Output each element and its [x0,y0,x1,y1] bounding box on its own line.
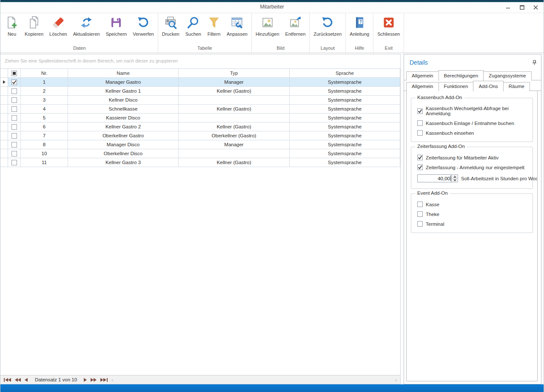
cell-sprache[interactable]: Systemsprache [290,87,400,96]
column-header-name[interactable]: Name [68,69,179,78]
cell-nr[interactable]: 6 [21,122,68,131]
option-checkbox[interactable] [417,120,423,126]
löschen-button[interactable]: Löschen [46,13,70,37]
select-all-checkbox[interactable] [11,71,17,76]
row-select-cell[interactable] [8,122,21,131]
cell-typ[interactable]: Manager [179,140,290,149]
tab-allgemein[interactable]: Allgemein [406,71,439,80]
cell-sprache[interactable]: Systemsprache [290,122,400,131]
subtab-r-ume[interactable]: Räume [503,82,530,91]
table-row[interactable]: 10Oberkellner DiscoSystemsprache [0,149,400,158]
cell-typ[interactable] [179,149,290,158]
cell-sprache[interactable]: Systemsprache [290,140,400,149]
minimize-icon[interactable] [504,3,513,11]
option-checkbox[interactable] [417,221,423,227]
table-row[interactable]: 2Kellner Gastro 1Kellner (Gastro)Systems… [0,87,400,96]
row-checkbox[interactable] [11,124,17,130]
row-checkbox[interactable] [11,106,17,112]
cell-sprache[interactable]: Systemsprache [290,78,400,87]
spin-down-icon[interactable] [452,179,458,182]
row-checkbox[interactable] [11,160,17,165]
cell-name[interactable]: Kellner Gastro 3 [68,158,179,167]
checkbox-option[interactable]: Zeiterfassung für Mitarbeiter Aktiv [417,155,527,160]
cell-nr[interactable]: 8 [21,140,68,149]
group-by-panel[interactable]: Ziehen Sie eine Spaltenüberschrift in di… [0,54,400,68]
anleitung-button[interactable]: ?Anleitung [347,13,372,37]
subtab-funktionen[interactable]: Funktionen [439,82,474,91]
cell-sprache[interactable]: Systemsprache [290,96,400,105]
column-header-sprache[interactable]: Sprache [290,69,400,78]
cell-sprache[interactable]: Systemsprache [290,149,400,158]
hours-spin-edit[interactable]: 40,00 [417,174,458,182]
cell-typ[interactable] [179,96,290,105]
next-record-icon[interactable] [82,375,89,384]
cell-typ[interactable] [179,114,290,122]
entfernen-button[interactable]: Entfernen [282,13,309,37]
cell-typ[interactable]: Manager [179,78,290,87]
last-record-icon[interactable] [99,375,110,384]
option-checkbox[interactable] [417,108,423,114]
row-checkbox[interactable] [11,97,17,103]
cell-name[interactable]: Kellner Gastro 1 [68,87,179,96]
cell-name[interactable]: Manager Disco [68,140,179,149]
cell-name[interactable]: Kellner Disco [68,96,179,105]
pin-icon[interactable] [532,60,537,67]
table-row[interactable]: 4SchnellkasseKellner (Gastro)Systemsprac… [0,105,400,114]
cell-name[interactable]: Manager Gastro [68,78,179,87]
cell-name[interactable]: Kassierer Disco [68,114,179,122]
row-checkbox[interactable] [11,151,17,156]
verwerfen-button[interactable]: Verwerfen [130,13,157,37]
select-all-header-cell[interactable] [8,69,21,78]
aktualisieren-button[interactable]: Aktualisieren [70,13,103,37]
maximize-icon[interactable] [517,3,527,11]
cell-name[interactable]: Kellner Gastro 2 [68,122,179,131]
anpassen-button[interactable]: Anpassen [224,13,251,37]
suchen-button[interactable]: Suchen [182,13,204,37]
table-row[interactable]: 3Kellner DiscoSystemsprache [0,96,400,105]
table-row[interactable]: 7Oberkellner GastroOberkellner (Gastro)S… [0,131,400,140]
column-header-typ[interactable]: Typ [179,69,290,78]
option-checkbox[interactable] [417,165,423,170]
row-select-cell[interactable] [8,149,21,158]
tab-zugangssysteme[interactable]: Zugangssysteme [483,71,532,80]
next-page-icon[interactable] [89,375,99,384]
checkbox-option[interactable]: Kassenbuch Einlage / Entnahme buchen [417,120,527,126]
row-select-cell[interactable] [8,158,21,167]
cell-nr[interactable]: 3 [21,96,68,105]
spin-up-icon[interactable] [452,175,458,179]
subtab-add-ons[interactable]: Add-Ons [473,81,503,91]
cell-typ[interactable]: Kellner (Gastro) [179,122,290,131]
table-row[interactable]: 6Kellner Gastro 2Kellner (Gastro)Systems… [0,122,400,131]
cell-nr[interactable]: 7 [21,131,68,140]
option-checkbox[interactable] [417,155,423,160]
checkbox-option[interactable]: Kassenbuch einsehen [417,130,527,136]
first-record-icon[interactable] [2,375,13,384]
cell-name[interactable]: Oberkellner Gastro [68,131,179,140]
cell-sprache[interactable]: Systemsprache [290,131,400,140]
row-select-cell[interactable] [8,140,21,149]
prev-page-icon[interactable] [13,375,23,384]
hscroll-left-icon[interactable]: ‹ [110,377,115,383]
checkbox-option[interactable]: Kasse [417,202,527,207]
cell-typ[interactable]: Kellner (Gastro) [179,87,290,96]
row-select-cell[interactable] [8,105,21,114]
hours-input[interactable]: 40,00 [417,174,452,182]
row-select-cell[interactable] [8,96,21,105]
cell-nr[interactable]: 5 [21,114,68,122]
row-checkbox[interactable] [11,133,17,139]
option-checkbox[interactable] [417,202,423,207]
table-row[interactable]: 8Manager DiscoManagerSystemsprache [0,140,400,149]
row-checkbox[interactable] [11,88,17,94]
cell-sprache[interactable]: Systemsprache [290,105,400,114]
cell-nr[interactable]: 11 [21,158,68,167]
hinzufügen-button[interactable]: Hinzufügen [253,13,282,37]
row-select-cell[interactable] [8,87,21,96]
row-select-cell[interactable] [8,78,21,87]
cell-typ[interactable]: Oberkellner (Gastro) [179,131,290,140]
cell-nr[interactable]: 10 [21,149,68,158]
subtab-allgemein[interactable]: Allgemein [406,82,439,91]
table-row[interactable]: 1Manager GastroManagerSystemsprache [0,78,400,87]
column-header-nr[interactable]: Nr. [21,69,68,78]
row-checkbox[interactable] [11,142,17,148]
filtern-button[interactable]: Filtern [204,13,224,37]
